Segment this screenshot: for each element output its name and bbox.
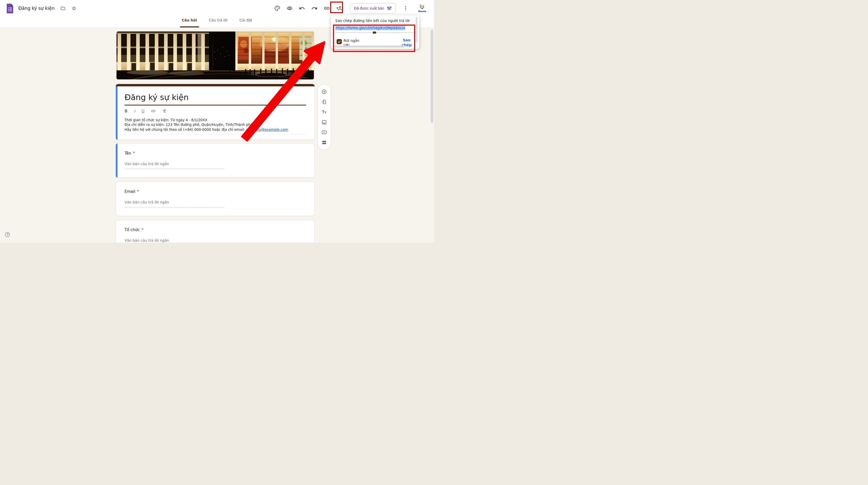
add-image-icon[interactable]: [321, 119, 327, 125]
short-answer-placeholder[interactable]: Văn bản câu trả lời ngắn: [125, 200, 306, 204]
title-focus-underline: [125, 105, 306, 106]
form-title-card[interactable]: Đăng ký sự kiện B I U Thời gian tổ chức …: [116, 84, 315, 140]
form-header-image[interactable]: [116, 31, 315, 80]
add-title-description-icon[interactable]: [321, 109, 327, 115]
tab-settings-label: Cài đặt: [240, 18, 252, 22]
hoola-logo-icon: [418, 4, 426, 10]
check-icon: [337, 40, 341, 44]
help-icon[interactable]: [4, 232, 10, 237]
add-section-icon[interactable]: [321, 140, 327, 145]
copy-label-line1: Sao: [400, 38, 413, 42]
google-forms-editor: Đăng ký sự kiện Đã được xuất bản: [0, 0, 434, 242]
published-label: Đã được xuất bản: [354, 6, 384, 10]
question-label[interactable]: Tên*: [125, 151, 306, 155]
form-description[interactable]: Thời gian tổ chức sự kiện: Từ ngày 4 - 6…: [125, 118, 306, 132]
star-icon[interactable]: [71, 6, 77, 11]
description-line-2: Địa chỉ diễn ra sự kiện: 123 Tên đường p…: [125, 122, 306, 127]
popup-vertical-scrollbar[interactable]: [416, 17, 417, 42]
toolbar-actions: Đã được xuất bản: [274, 3, 428, 13]
description-line-1: Thời gian tổ chức sự kiện: Từ ngày 4 - 6…: [125, 118, 306, 122]
publish-settings-icon: [387, 6, 392, 11]
shorten-url-checkbox[interactable]: [337, 39, 342, 44]
question-label-text: Tổ chức: [125, 228, 140, 232]
short-answer-placeholder[interactable]: Văn bản câu trả lời ngắn: [125, 162, 306, 166]
active-tab-underline: [180, 26, 199, 27]
underline-icon[interactable]: U: [142, 109, 145, 114]
short-answer-placeholder[interactable]: Văn bản câu trả lời ngắn: [125, 238, 306, 242]
forms-logo-icon[interactable]: [6, 3, 14, 13]
question-label[interactable]: Tổ chức*: [125, 228, 306, 232]
tab-questions[interactable]: Câu hỏi: [182, 17, 197, 27]
theme-palette-button[interactable]: [274, 5, 280, 11]
answer-underline: [125, 207, 224, 207]
italic-icon[interactable]: I: [134, 109, 135, 114]
text-format-toolbar: B I U: [125, 108, 306, 114]
tab-responses[interactable]: Câu trả lời: [209, 17, 227, 27]
redo-button[interactable]: [311, 5, 317, 11]
question-label-text: Email: [125, 189, 135, 194]
question-card-name[interactable]: Tên* Văn bản câu trả lời ngắn: [116, 143, 315, 178]
selected-url-text: https://forms.gle/uDV5dgiKvQMpG6AUA: [335, 26, 405, 30]
required-asterisk: *: [137, 189, 139, 194]
required-asterisk: *: [133, 151, 135, 155]
selected-card-indicator: [116, 86, 118, 140]
required-asterisk: *: [142, 228, 144, 232]
popup-horizontal-scrollbar[interactable]: [333, 46, 405, 48]
published-button[interactable]: Đã được xuất bản: [350, 3, 396, 13]
theme-color-bar: [116, 84, 315, 86]
insert-link-icon[interactable]: [151, 109, 156, 114]
description-line-3-text: Hãy liên hệ với chúng tôi theo số (+84) …: [125, 127, 246, 132]
popup-title: Sao chép đường liên kết của người trả lờ…: [335, 19, 410, 23]
more-options-button[interactable]: [402, 5, 409, 11]
add-question-icon[interactable]: [321, 89, 327, 95]
night-opera-house-photo: [117, 32, 314, 79]
undo-button[interactable]: [299, 5, 305, 11]
description-line-3: Hãy liên hệ với chúng tôi theo số (+84) …: [125, 127, 306, 132]
import-questions-icon[interactable]: [321, 99, 327, 105]
add-collaborators-button[interactable]: [336, 5, 342, 11]
page-scrollbar[interactable]: [431, 30, 433, 123]
add-video-icon[interactable]: [321, 130, 327, 135]
preview-button[interactable]: [286, 5, 293, 11]
toolbar-row: Đăng ký sự kiện Đã được xuất bản: [0, 0, 434, 17]
form-title-text[interactable]: Đăng ký sự kiện: [125, 92, 306, 103]
clear-formatting-icon[interactable]: [162, 109, 167, 114]
question-card-organization[interactable]: Tổ chức* Văn bản câu trả lời ngắn: [116, 220, 315, 242]
avatar-label: Hoola: [418, 10, 426, 13]
copy-link-popup: Sao chép đường liên kết của người trả lờ…: [331, 15, 419, 49]
bold-icon[interactable]: B: [125, 109, 127, 114]
title-card-content: Đăng ký sự kiện B I U Thời gian tổ chức …: [116, 86, 314, 135]
contact-email-link[interactable]: no_reply@example.com: [246, 127, 288, 132]
description-divider: [125, 134, 306, 135]
copy-link-button[interactable]: [324, 5, 330, 11]
question-label[interactable]: Email*: [125, 189, 306, 194]
responder-url-field[interactable]: https://forms.gle/uDV5dgiKvQMpG6AUA: [335, 26, 405, 30]
move-to-folder-icon[interactable]: [60, 6, 66, 11]
insert-toolbar: [317, 84, 331, 150]
shorten-label-line1: Rút ngắn: [344, 38, 363, 43]
text-selection-handle: [373, 32, 376, 34]
tab-responses-label: Câu trả lời: [209, 18, 227, 22]
question-label-text: Tên: [125, 151, 131, 155]
question-card-email[interactable]: Email* Văn bản câu trả lời ngắn: [116, 182, 315, 216]
tab-settings[interactable]: Cài đặt: [240, 17, 252, 27]
tab-questions-label: Câu hỏi: [182, 18, 197, 22]
account-avatar[interactable]: Hoola: [416, 4, 428, 13]
selected-card-indicator: [116, 143, 118, 178]
document-title[interactable]: Đăng ký sự kiện: [18, 6, 55, 11]
